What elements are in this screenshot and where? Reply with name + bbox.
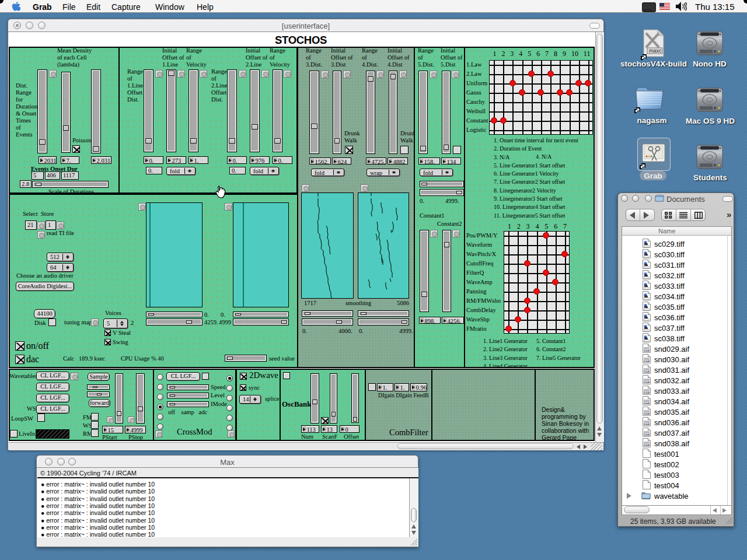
svg-text:AIFF: AIFF bbox=[644, 402, 648, 404]
svg-text:AIFF: AIFF bbox=[644, 370, 648, 373]
svg-text:AIFF: AIFF bbox=[644, 444, 648, 446]
svg-text:AIFF: AIFF bbox=[644, 391, 648, 394]
svg-text:AIFF: AIFF bbox=[644, 423, 648, 425]
svg-text:AIFF: AIFF bbox=[644, 433, 648, 436]
svg-text:maxc: maxc bbox=[649, 48, 662, 54]
svg-text:AIFF: AIFF bbox=[644, 381, 648, 383]
svg-text:AIFF: AIFF bbox=[644, 349, 648, 352]
svg-text:AIFF: AIFF bbox=[644, 360, 648, 362]
svg-text:AIFF: AIFF bbox=[644, 412, 648, 415]
